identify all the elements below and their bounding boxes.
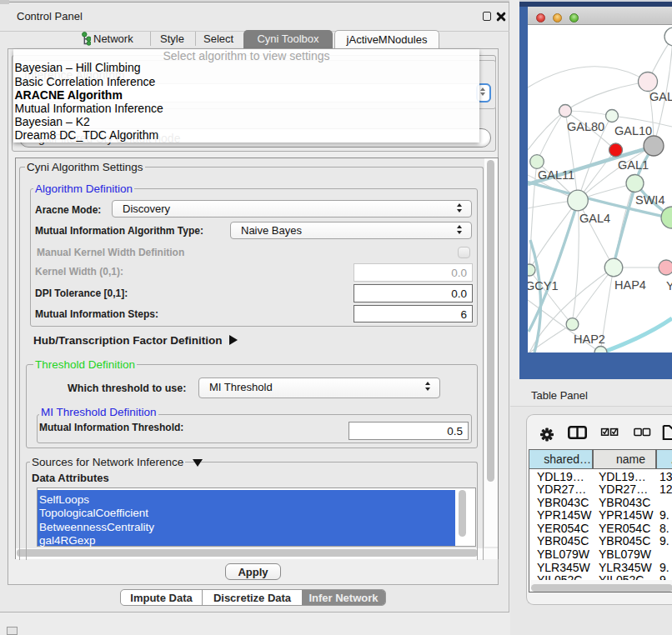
svg-text:GCY1: GCY1 xyxy=(528,279,559,292)
svg-text:GAL2: GAL2 xyxy=(649,90,672,103)
svg-text:HAP2: HAP2 xyxy=(574,332,605,346)
svg-text:GAL80: GAL80 xyxy=(567,120,604,133)
svg-text:GAL4: GAL4 xyxy=(579,212,610,225)
svg-text:YJ: YJ xyxy=(666,279,672,292)
svg-text:HAP4: HAP4 xyxy=(614,278,646,292)
svg-text:SWI4: SWI4 xyxy=(635,193,664,207)
svg-text:GAL11: GAL11 xyxy=(538,168,574,182)
svg-text:GAL10: GAL10 xyxy=(614,124,652,138)
svg-text:GAL1: GAL1 xyxy=(618,158,649,172)
